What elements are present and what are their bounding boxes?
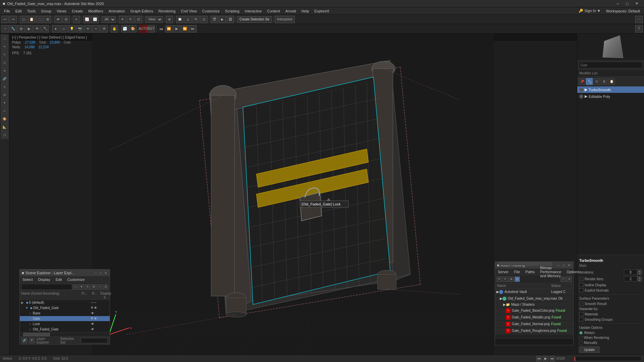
material-dropdown[interactable]: All [102, 16, 116, 23]
geometry-btn[interactable]: ● [52, 25, 59, 33]
menu-customize[interactable]: Customize [200, 8, 222, 14]
bind-warp[interactable]: ⊞ [1, 91, 8, 99]
se-filter-btn[interactable]: ▼ [79, 284, 84, 290]
modifier-editable-poly[interactable]: ▶ Editable Poly [577, 93, 644, 100]
create-tab[interactable]: ☆ [1, 25, 9, 33]
se-refresh-btn[interactable]: ↻ [85, 284, 90, 290]
undo-button[interactable]: ↩ [1, 16, 9, 23]
at-help-btn[interactable]: ? [560, 277, 566, 282]
at-row-basecolor[interactable]: T Gate_Faded_BaseColor.png Found [495, 307, 573, 314]
measure-tool[interactable]: 📐 [1, 123, 8, 131]
unlink-tool[interactable]: ⊘ [1, 83, 8, 90]
at-row-normal[interactable]: T Gate_Faded_Normal.png Found [495, 321, 573, 327]
align-button[interactable]: ⊟ [62, 16, 70, 23]
rotate-tool[interactable]: ↻ [1, 51, 8, 58]
place-pivot[interactable]: ⊕ [1, 67, 8, 74]
interactive-render-button[interactable]: Interactive [275, 16, 295, 23]
at-menu-server[interactable]: Server [495, 269, 511, 275]
shapes-btn[interactable]: ◇ [60, 25, 67, 33]
xref-objects[interactable]: ⊡ [1, 131, 8, 139]
toolbar-more-button[interactable]: ⋯ [635, 16, 643, 23]
scale-tool[interactable]: ⊡ [1, 59, 8, 66]
layer-manager-button[interactable]: ≡ [73, 16, 80, 23]
tree-row-base[interactable]: ○ Base 👁 [20, 311, 110, 316]
ts-renderiters-up[interactable]: ▲ [637, 276, 642, 279]
menu-group[interactable]: Group [38, 8, 54, 14]
set-key-btn[interactable]: KEY [148, 25, 155, 33]
utilities-tab[interactable]: 🔨 [42, 25, 49, 33]
ts-isoline-checkbox[interactable] [579, 283, 583, 287]
reference-coord-dropdown[interactable]: View [145, 16, 163, 23]
at-grid-btn[interactable]: ⊞ [508, 277, 514, 282]
rp-modify-icon[interactable]: 🔧 [586, 78, 593, 85]
se-addlayer-btn[interactable]: + [97, 284, 102, 290]
menu-scripting[interactable]: Scripting [222, 8, 242, 14]
prev-frame-btn[interactable]: ⏪ [165, 25, 172, 33]
render-button[interactable]: ▶ [219, 16, 226, 23]
ts-always-radio[interactable] [579, 331, 583, 335]
scene-explorer-close[interactable]: ✕ [104, 271, 108, 275]
keyframe-next-btn[interactable]: ⏭ [550, 356, 555, 361]
at-menu-bitmap[interactable]: Bitmap Performance and Memory [537, 265, 564, 279]
rp-hierarchy-icon[interactable]: ⊞ [593, 78, 600, 85]
select-by-name-button[interactable]: 📋 [28, 16, 35, 23]
mirror-button[interactable]: ⇄ [54, 16, 62, 23]
se-menu-select[interactable]: Select [20, 277, 36, 282]
hierarchy-tab[interactable]: ⊞ [17, 25, 25, 33]
menu-modifiers[interactable]: Modifiers [86, 8, 106, 14]
close-button[interactable]: ✕ [632, 0, 641, 7]
menu-civil-view[interactable]: Civil View [178, 8, 199, 14]
render-setup-button[interactable]: 🎬 [211, 16, 218, 23]
at-row-vault[interactable]: ▶ Autodesk Vault Logged C [495, 289, 573, 295]
schematic-view-button[interactable]: ⬜ [91, 16, 99, 23]
auto-key-btn[interactable]: AUTO [140, 25, 147, 33]
select-object-button[interactable]: ◻ [20, 16, 27, 23]
layer-display-btn[interactable]: 👁 [29, 338, 35, 343]
viewport[interactable]: [+] [ Perspective ] [ User Defined ] [ E… [9, 34, 577, 355]
modifier-visibility-toggle[interactable] [579, 88, 583, 92]
menu-interactive[interactable]: Interactive [242, 8, 265, 14]
move-button[interactable]: ✛ [119, 16, 126, 23]
ts-iterations-down[interactable]: ▼ [637, 272, 642, 275]
menu-file[interactable]: File [1, 8, 13, 14]
se-settings-btn[interactable]: ⚙ [91, 284, 96, 290]
ts-renderiters-checkbox[interactable]: ✓ [579, 277, 583, 281]
minimize-button[interactable]: ─ [613, 0, 623, 7]
play-btn[interactable]: ▶ [173, 25, 180, 33]
se-menu-edit[interactable]: Edit [53, 277, 65, 282]
snaps-toggle-button[interactable]: 🔲 [176, 16, 183, 23]
se-search-btn[interactable]: × [73, 284, 78, 290]
ts-manually-radio[interactable] [579, 341, 583, 345]
select-tool[interactable]: ◻ [1, 35, 8, 42]
angle-snap-button[interactable]: ∠ [184, 16, 192, 23]
menu-views[interactable]: Views [54, 8, 69, 14]
percent-snap-button[interactable]: % [192, 16, 200, 23]
menu-arnold[interactable]: Arnold [283, 8, 299, 14]
ts-iterations-up[interactable]: ▲ [637, 269, 642, 272]
pivot-button[interactable]: ⊕ [166, 16, 173, 23]
modifier-ep-visibility[interactable] [579, 95, 583, 99]
menu-create[interactable]: Create [69, 8, 86, 14]
sign-in-button[interactable]: 🔑 Sign In ▼ [576, 8, 603, 14]
scene-explorer-minimize[interactable]: ─ [94, 271, 98, 275]
at-list-btn[interactable]: ≡ [502, 277, 508, 282]
se-menu-display[interactable]: Display [36, 277, 53, 282]
menu-help[interactable]: Help [299, 8, 312, 14]
rotate-button[interactable]: ↻ [127, 16, 134, 23]
at-row-roughness[interactable]: T Gate_Faded_Roughness.png Found [495, 327, 573, 334]
scene-search-input[interactable] [21, 284, 72, 290]
systems-btn[interactable]: ⚙ [100, 25, 108, 33]
modifier-search-input[interactable] [579, 62, 643, 68]
helpers-btn[interactable]: ✦ [84, 25, 92, 33]
at-scrollbar[interactable] [495, 334, 573, 338]
lights-btn[interactable]: 💡 [68, 25, 75, 33]
rp-pin-icon[interactable]: 📌 [579, 78, 585, 85]
rp-paste-icon[interactable]: 📋 [608, 78, 615, 85]
scene-explorer-maximize[interactable]: □ [99, 271, 102, 275]
motion-tab[interactable]: ▶ [25, 25, 33, 33]
menu-explorex[interactable]: ExploreX [312, 8, 332, 14]
tree-row-lock[interactable]: ○ Lock 👁 [20, 321, 110, 327]
open-mini-curve-btn[interactable]: 📉 [121, 25, 128, 33]
redo-button[interactable]: ↪ [9, 16, 17, 23]
menu-edit[interactable]: Edit [13, 8, 24, 14]
